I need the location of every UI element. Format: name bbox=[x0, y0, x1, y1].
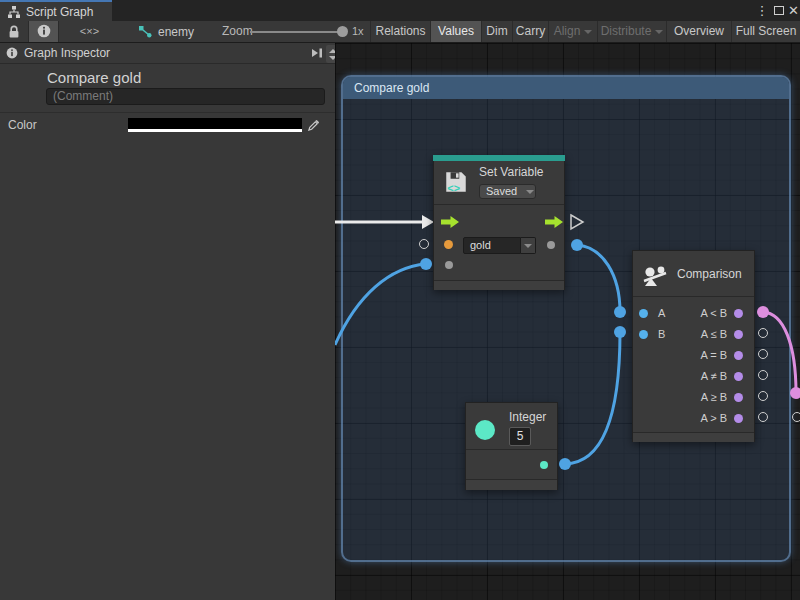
name-port[interactable] bbox=[444, 240, 453, 249]
input-b-label: B bbox=[658, 324, 665, 345]
graph-breadcrumb[interactable]: enemy bbox=[138, 21, 194, 42]
menu-icon[interactable]: ⋮ bbox=[755, 0, 769, 21]
output-label: A ≤ B bbox=[701, 324, 727, 345]
flow-out-port[interactable] bbox=[544, 215, 564, 229]
output-a-eq-b-port[interactable] bbox=[734, 351, 743, 360]
info-icon bbox=[6, 47, 18, 59]
set-variable-value-connector[interactable] bbox=[420, 258, 432, 270]
output-a-gte-b-port[interactable] bbox=[734, 393, 743, 402]
zoom-slider-handle[interactable] bbox=[337, 26, 348, 37]
carry-button[interactable]: Carry bbox=[512, 21, 548, 42]
value-preview-toggle-button[interactable]: <×> bbox=[58, 21, 120, 42]
relations-button[interactable]: Relations bbox=[370, 21, 430, 42]
maximize-icon[interactable] bbox=[771, 0, 787, 21]
output-label: A ≥ B bbox=[701, 387, 727, 408]
port-row: A ≥ B bbox=[633, 387, 754, 408]
set-variable-icon: <> bbox=[443, 169, 469, 195]
node-title: Set Variable bbox=[479, 165, 543, 179]
graph-inspector-panel: Graph Inspector Compare gold (Comment) C… bbox=[0, 43, 335, 600]
comparison-eq-connector[interactable] bbox=[758, 349, 768, 359]
node-footer bbox=[434, 280, 564, 290]
distribute-dropdown[interactable]: Distribute bbox=[597, 21, 666, 42]
dim-button[interactable]: Dim bbox=[481, 21, 512, 42]
divider bbox=[0, 112, 335, 113]
node-comparison[interactable]: Comparison A A < B B A ≤ B A = B A ≠ B A… bbox=[632, 250, 755, 442]
overview-button[interactable]: Overview bbox=[666, 21, 731, 42]
node-integer[interactable]: Integer 5 bbox=[465, 402, 558, 490]
graph-title: Compare gold bbox=[47, 69, 141, 86]
integer-icon bbox=[475, 420, 495, 440]
variable-scope-dropdown[interactable]: Saved bbox=[479, 184, 536, 199]
zoom-slider-track[interactable] bbox=[250, 31, 342, 33]
flow-in-port[interactable] bbox=[440, 215, 460, 229]
info-icon bbox=[37, 24, 51, 38]
output-a-lte-b-port[interactable] bbox=[734, 330, 743, 339]
comparison-a-connector[interactable] bbox=[614, 306, 626, 318]
close-icon[interactable]: ✕ bbox=[787, 0, 800, 21]
set-variable-name-connector[interactable] bbox=[419, 239, 429, 249]
maximize-glyph bbox=[774, 6, 784, 15]
input-b-port[interactable] bbox=[639, 330, 648, 339]
divider bbox=[466, 449, 557, 450]
zoom-label: Zoom bbox=[222, 21, 253, 42]
divider bbox=[633, 296, 754, 297]
color-field[interactable] bbox=[128, 118, 302, 132]
port-row: A > B bbox=[633, 408, 754, 429]
svg-text:<>: <> bbox=[447, 182, 460, 194]
input-a-port[interactable] bbox=[639, 309, 648, 318]
port-row: A = B bbox=[633, 345, 754, 366]
window-tab-bar: Script Graph ⋮ ✕ bbox=[0, 0, 800, 21]
tab-script-graph[interactable]: Script Graph bbox=[0, 0, 112, 21]
value-wire-integer-to-b[interactable] bbox=[565, 332, 620, 464]
inspector-title: Graph Inspector bbox=[24, 46, 110, 60]
integer-out-port[interactable] bbox=[540, 461, 548, 469]
chevron-down-icon bbox=[524, 244, 532, 248]
lock-button[interactable] bbox=[0, 21, 28, 42]
value-wire-setvariable-to-a[interactable] bbox=[577, 245, 620, 312]
value-out-port[interactable] bbox=[547, 241, 555, 249]
variable-color-strip bbox=[433, 155, 565, 161]
align-label: Align bbox=[554, 24, 581, 38]
output-a-gt-b-port[interactable] bbox=[734, 414, 743, 423]
graph-asset-icon bbox=[138, 25, 152, 38]
node-set-variable[interactable]: <> Set Variable Saved gold bbox=[433, 155, 565, 290]
flow-out-open-port[interactable] bbox=[571, 215, 583, 229]
port-row: A ≠ B bbox=[633, 366, 754, 387]
zoom-value: 1x bbox=[352, 21, 364, 42]
full-screen-button[interactable]: Full Screen bbox=[731, 21, 800, 42]
comparison-b-connector[interactable] bbox=[614, 326, 626, 338]
comparison-lte-connector[interactable] bbox=[758, 328, 768, 338]
node-footer bbox=[633, 432, 754, 442]
variable-name-dropdown[interactable]: gold bbox=[463, 237, 521, 254]
comparison-icon bbox=[642, 261, 668, 287]
comparison-gte-connector[interactable] bbox=[758, 391, 768, 401]
output-label: A < B bbox=[700, 303, 727, 324]
distribute-label: Distribute bbox=[601, 24, 652, 38]
graph-canvas[interactable]: Compare gold <> Set Variable Saved bbox=[335, 43, 800, 600]
integer-out-connector[interactable] bbox=[559, 458, 571, 470]
offscreen-node-open-connector[interactable] bbox=[792, 412, 800, 422]
comparison-lt-connector[interactable] bbox=[757, 306, 769, 318]
eyedropper-button[interactable] bbox=[303, 117, 323, 133]
value-in-port[interactable] bbox=[445, 261, 453, 269]
dock-panel-icon[interactable] bbox=[310, 46, 324, 64]
integer-value-input[interactable]: 5 bbox=[509, 427, 531, 446]
output-a-neq-b-port[interactable] bbox=[734, 372, 743, 381]
node-title: Integer bbox=[509, 410, 546, 424]
offscreen-node-connector[interactable] bbox=[790, 387, 800, 399]
output-a-less-b-port[interactable] bbox=[734, 309, 743, 318]
inspector-toggle-button[interactable] bbox=[28, 21, 58, 42]
comparison-gt-connector[interactable] bbox=[758, 412, 768, 422]
tab-label: Script Graph bbox=[26, 5, 93, 19]
align-dropdown[interactable]: Align bbox=[548, 21, 597, 42]
port-row: B A ≤ B bbox=[633, 324, 754, 345]
variable-name-dropdown-button[interactable] bbox=[521, 237, 536, 254]
graph-inspector-header: Graph Inspector bbox=[0, 43, 335, 64]
comparison-neq-connector[interactable] bbox=[758, 370, 768, 380]
comment-input[interactable]: (Comment) bbox=[46, 88, 325, 105]
value-wire-to-set-variable[interactable] bbox=[335, 264, 426, 345]
values-button[interactable]: Values bbox=[430, 21, 481, 42]
scope-value: Saved bbox=[486, 185, 517, 197]
breadcrumb-graph-name: enemy bbox=[158, 25, 194, 39]
set-variable-out-connector[interactable] bbox=[571, 239, 583, 251]
